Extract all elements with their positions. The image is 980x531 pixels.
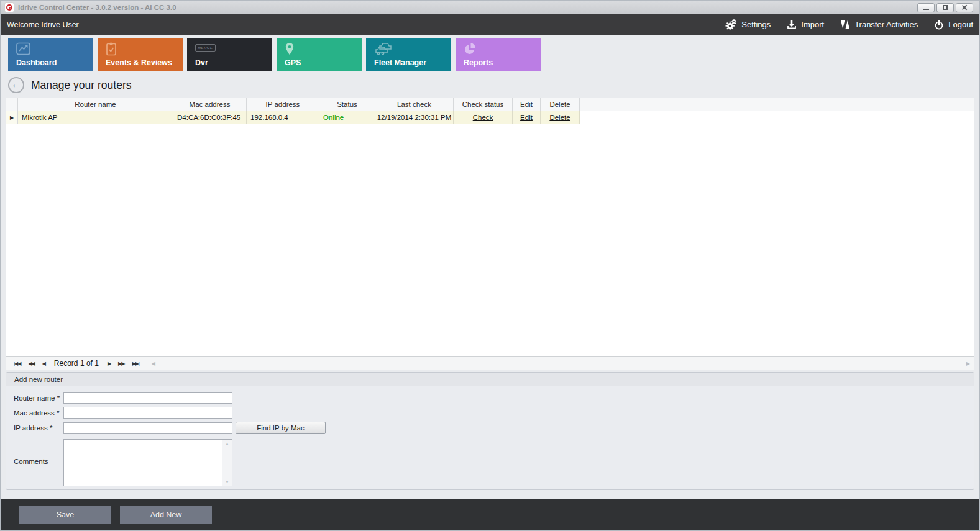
delete-link[interactable]: Delete — [549, 114, 570, 121]
page-back-button[interactable]: ◀◀ — [24, 361, 38, 366]
routers-grid: Router name Mac address IP address Statu… — [6, 98, 974, 370]
power-icon — [934, 20, 944, 30]
footer-gap — [1, 490, 979, 499]
module-tabs: Dashboard Events & Reviews MERGE Dvr — [1, 35, 979, 73]
transfer-arrows-icon — [840, 19, 850, 30]
move-last-button[interactable]: ▶▶| — [128, 361, 142, 366]
cell-last-check: 12/19/2014 2:30:31 PM — [375, 111, 454, 124]
window-title: Idrive Control Center - 3.0.2 version - … — [18, 4, 917, 11]
comments-field[interactable] — [64, 440, 232, 486]
tab-gps-label: GPS — [285, 58, 362, 67]
tab-gps[interactable]: GPS — [277, 38, 362, 71]
row-selector-icon: ▶ — [10, 115, 14, 120]
map-pin-icon — [285, 42, 362, 57]
grid-header-row: Router name Mac address IP address Statu… — [6, 98, 974, 111]
move-prev-button[interactable]: ◀ — [39, 361, 49, 366]
trend-chart-icon — [16, 42, 93, 57]
tab-fleet-manager[interactable]: Fleet Manager — [366, 38, 451, 71]
scroll-right-icon[interactable]: ▶ — [963, 361, 974, 366]
import-button[interactable]: Import — [787, 20, 824, 30]
minimize-button[interactable] — [917, 3, 935, 12]
column-header-check-status[interactable]: Check status — [454, 98, 513, 111]
welcome-text: Welcome Idrive User — [7, 20, 725, 29]
settings-label: Settings — [741, 20, 771, 29]
cell-check-status: Check — [454, 111, 513, 124]
close-icon — [961, 4, 968, 11]
scroll-left-icon[interactable]: ◀ — [148, 361, 159, 366]
transfer-activities-label: Transfer Activities — [854, 20, 918, 29]
tab-dashboard-label: Dashboard — [16, 58, 93, 67]
close-button[interactable] — [956, 3, 973, 12]
ip-address-field[interactable] — [63, 422, 232, 434]
tab-events-reviews-label: Events & Reviews — [106, 58, 183, 67]
minimize-icon — [923, 9, 929, 10]
cell-router-name: Mikrotik AP — [18, 111, 173, 124]
tab-fleet-manager-label: Fleet Manager — [374, 58, 451, 67]
import-label: Import — [801, 20, 824, 29]
cell-status: Online — [319, 111, 375, 124]
column-header-last-check[interactable]: Last check — [375, 98, 454, 111]
grid-header-filler — [580, 98, 974, 111]
move-next-button[interactable]: ▶ — [104, 361, 114, 366]
cell-edit: Edit — [513, 111, 541, 124]
app-window: Idrive Control Center - 3.0.2 version - … — [0, 0, 980, 531]
comments-label: Comments — [14, 458, 63, 465]
tab-reports-label: Reports — [464, 58, 541, 67]
edit-link[interactable]: Edit — [520, 114, 533, 121]
find-ip-by-mac-button[interactable]: Find IP by Mac — [236, 422, 326, 434]
top-bar: Welcome Idrive User — [1, 14, 979, 35]
tab-events-reviews[interactable]: Events & Reviews — [98, 38, 183, 71]
horizontal-scrollbar[interactable]: ◀ ▶ — [148, 357, 974, 370]
scroll-down-icon[interactable]: ▼ — [225, 479, 229, 484]
page-title: Manage your routers — [31, 79, 131, 92]
cell-mac-address: D4:CA:6D:C0:3F:45 — [173, 111, 247, 124]
merge-badge-text: MERGE — [195, 44, 216, 52]
tab-dvr[interactable]: MERGE Dvr — [187, 38, 272, 71]
column-header-mac-address[interactable]: Mac address — [173, 98, 247, 111]
add-router-form: Router name * Mac address * IP address *… — [6, 386, 974, 486]
mac-address-label: Mac address * — [14, 409, 63, 417]
mac-address-field[interactable] — [63, 407, 232, 419]
column-header-ip-address[interactable]: IP address — [247, 98, 319, 111]
logout-button[interactable]: Logout — [934, 20, 973, 30]
title-bar: Idrive Control Center - 3.0.2 version - … — [1, 1, 979, 14]
tab-reports[interactable]: Reports — [456, 38, 541, 71]
comments-field-wrap: ▲ ▼ — [63, 439, 232, 486]
clipboard-check-icon — [106, 42, 183, 57]
cars-icon — [374, 42, 451, 57]
back-arrow-icon: ← — [11, 79, 21, 89]
maximize-icon — [943, 5, 948, 10]
window-controls — [917, 3, 973, 12]
grid-selector-header — [6, 98, 18, 111]
ip-address-label: IP address * — [14, 424, 63, 432]
table-row[interactable]: ▶ Mikrotik AP D4:CA:6D:C0:3F:45 192.168.… — [6, 111, 974, 124]
page-header: ← Manage your routers — [1, 73, 979, 98]
column-header-router-name[interactable]: Router name — [18, 98, 173, 111]
page-forward-button[interactable]: ▶▶ — [114, 361, 128, 366]
scroll-up-icon[interactable]: ▲ — [225, 442, 229, 446]
gears-icon — [725, 19, 737, 30]
router-name-label: Router name * — [14, 394, 63, 402]
cell-ip-address: 192.168.0.4 — [247, 111, 319, 124]
record-count-text: Record 1 of 1 — [54, 359, 99, 368]
tab-dvr-label: Dvr — [195, 58, 272, 67]
download-icon — [787, 20, 797, 30]
tab-dashboard[interactable]: Dashboard — [8, 38, 93, 71]
merge-badge-icon: MERGE — [195, 42, 272, 57]
router-name-field[interactable] — [63, 392, 232, 404]
check-link[interactable]: Check — [473, 114, 493, 121]
logout-label: Logout — [948, 20, 973, 29]
column-header-edit[interactable]: Edit — [513, 98, 541, 111]
save-button[interactable]: Save — [19, 506, 111, 524]
comments-scrollbar[interactable]: ▲ ▼ — [222, 440, 232, 486]
move-first-button[interactable]: |◀◀ — [10, 361, 24, 366]
column-header-status[interactable]: Status — [319, 98, 375, 111]
cell-delete: Delete — [541, 111, 580, 124]
maximize-button[interactable] — [936, 3, 954, 12]
settings-button[interactable]: Settings — [725, 19, 771, 30]
add-new-button[interactable]: Add New — [120, 506, 212, 524]
column-header-delete[interactable]: Delete — [541, 98, 580, 111]
transfer-activities-button[interactable]: Transfer Activities — [840, 19, 918, 30]
back-button[interactable]: ← — [8, 77, 24, 93]
top-actions: Settings Import — [725, 19, 973, 30]
